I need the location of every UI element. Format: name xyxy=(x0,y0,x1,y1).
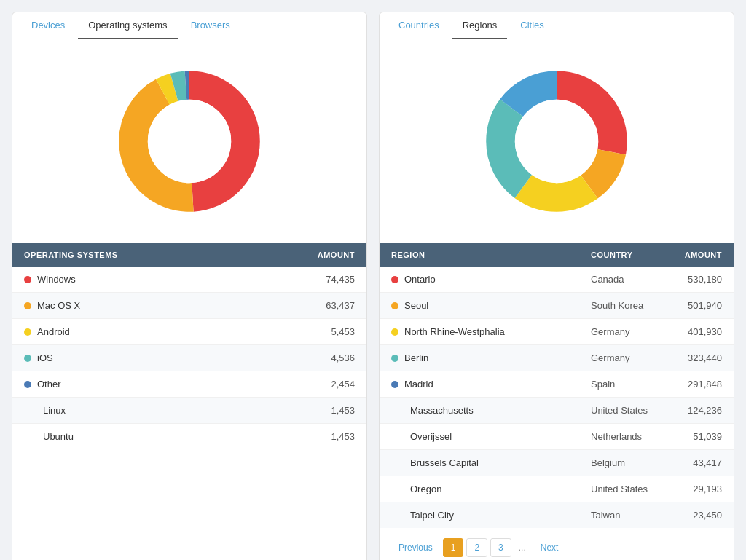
row-amount: 1,453 xyxy=(297,405,355,416)
row-name: Android xyxy=(24,326,297,337)
row-amount: 2,454 xyxy=(297,379,355,390)
tab-operating-systems[interactable]: Operating systems xyxy=(78,12,177,39)
right-table-row: Massachusetts United States 124,236 xyxy=(380,398,734,424)
row-amount: 124,236 xyxy=(664,405,722,416)
row-amount: 323,440 xyxy=(664,352,722,363)
row-name: Berlin xyxy=(391,352,591,363)
right-panel: Countries Regions Cities REGION COUNTRY … xyxy=(379,12,734,560)
right-chart-area xyxy=(380,39,734,243)
row-name: Other xyxy=(24,379,297,390)
row-label: Overijssel xyxy=(410,431,452,442)
row-name: iOS xyxy=(24,352,297,363)
tab-regions[interactable]: Regions xyxy=(452,12,508,39)
tab-browsers[interactable]: Browsers xyxy=(181,12,240,39)
row-country: Canada xyxy=(591,274,664,285)
row-label: Mac OS X xyxy=(37,300,80,311)
row-label: Berlin xyxy=(404,352,428,363)
right-col-header-region: REGION xyxy=(391,251,591,259)
right-table-row: Brussels Capital Belgium 43,417 xyxy=(380,450,734,476)
row-amount: 74,435 xyxy=(297,274,355,285)
left-col-header-amount: AMOUNT xyxy=(297,251,355,259)
left-table: OPERATING SYSTEMS AMOUNT Windows 74,435 … xyxy=(12,243,366,449)
row-amount: 51,039 xyxy=(664,431,722,442)
row-dot xyxy=(24,302,31,309)
row-amount: 1,453 xyxy=(297,431,355,442)
pagination: Previous 1 2 3 ... Next xyxy=(380,528,734,560)
row-dot xyxy=(24,381,31,388)
left-tabs: Devices Operating systems Browsers xyxy=(12,12,366,39)
right-col-header-amount: AMOUNT xyxy=(664,251,722,259)
svg-point-11 xyxy=(515,100,598,183)
row-amount: 5,453 xyxy=(297,326,355,337)
right-table-row: Taipei City Taiwan 23,450 xyxy=(380,502,734,528)
row-name: Mac OS X xyxy=(24,300,297,311)
row-dot xyxy=(391,328,398,336)
row-label: Ubuntu xyxy=(43,431,74,442)
row-dot xyxy=(391,381,398,388)
row-label: Ontario xyxy=(404,274,436,285)
row-name: Taipei City xyxy=(391,510,591,521)
left-panel: Devices Operating systems Browsers OPERA… xyxy=(12,12,367,560)
row-name: Madrid xyxy=(391,379,591,390)
row-label: iOS xyxy=(37,352,53,363)
left-table-row: iOS 4,536 xyxy=(12,345,366,371)
row-name: Linux xyxy=(24,405,297,416)
left-table-row: Windows 74,435 xyxy=(12,267,366,293)
row-name: Overijssel xyxy=(391,431,591,442)
page-3-button[interactable]: 3 xyxy=(490,538,511,557)
row-amount: 501,940 xyxy=(664,300,722,311)
row-dot xyxy=(391,302,398,309)
row-name: Seoul xyxy=(391,300,591,311)
right-donut-chart xyxy=(476,61,637,221)
pagination-dots: ... xyxy=(514,539,530,556)
row-amount: 43,417 xyxy=(664,457,722,468)
right-table: REGION COUNTRY AMOUNT Ontario Canada 530… xyxy=(380,243,734,528)
row-label: Windows xyxy=(37,274,76,285)
row-name: North Rhine-Westphalia xyxy=(391,326,591,337)
row-dot xyxy=(24,355,31,362)
previous-button[interactable]: Previous xyxy=(391,539,440,556)
left-table-row: Other 2,454 xyxy=(12,371,366,398)
row-dot xyxy=(24,276,31,283)
row-country: United States xyxy=(591,484,664,494)
svg-point-5 xyxy=(148,100,231,183)
row-label: Linux xyxy=(43,405,66,416)
tab-devices[interactable]: Devices xyxy=(21,12,75,39)
row-label: Android xyxy=(37,326,70,337)
row-name: Ontario xyxy=(391,274,591,285)
right-table-row: Berlin Germany 323,440 xyxy=(380,345,734,371)
page-2-button[interactable]: 2 xyxy=(466,538,487,557)
row-country: Taiwan xyxy=(591,510,664,521)
row-country: South Korea xyxy=(591,300,664,311)
row-country: Belgium xyxy=(591,457,664,468)
right-table-row: Oregon United States 29,193 xyxy=(380,476,734,502)
row-country: Netherlands xyxy=(591,431,664,442)
left-table-row: Android 5,453 xyxy=(12,319,366,345)
row-country: Germany xyxy=(591,326,664,337)
left-table-rows: Windows 74,435 Mac OS X 63,437 Android 5… xyxy=(12,267,366,449)
row-label: Madrid xyxy=(404,379,433,390)
row-country: Spain xyxy=(591,379,664,390)
row-amount: 291,848 xyxy=(664,379,722,390)
row-amount: 23,450 xyxy=(664,510,722,521)
row-label: Oregon xyxy=(410,484,441,494)
row-label: Seoul xyxy=(404,300,428,311)
row-label: Other xyxy=(37,379,61,390)
right-table-row: Overijssel Netherlands 51,039 xyxy=(380,424,734,450)
next-button[interactable]: Next xyxy=(533,539,566,556)
row-name: Massachusetts xyxy=(391,405,591,416)
left-col-header-name: OPERATING SYSTEMS xyxy=(24,251,297,259)
row-label: Taipei City xyxy=(410,510,454,521)
row-amount: 29,193 xyxy=(664,484,722,494)
tab-countries[interactable]: Countries xyxy=(388,12,449,39)
row-label: North Rhine-Westphalia xyxy=(404,326,505,337)
right-table-row: North Rhine-Westphalia Germany 401,930 xyxy=(380,319,734,345)
row-dot xyxy=(24,328,31,336)
tab-cities[interactable]: Cities xyxy=(510,12,554,39)
page-1-button[interactable]: 1 xyxy=(443,538,464,557)
right-table-row: Ontario Canada 530,180 xyxy=(380,267,734,293)
row-label: Massachusetts xyxy=(410,405,474,416)
row-dot xyxy=(391,276,398,283)
right-table-row: Seoul South Korea 501,940 xyxy=(380,293,734,319)
right-tabs: Countries Regions Cities xyxy=(380,12,734,39)
